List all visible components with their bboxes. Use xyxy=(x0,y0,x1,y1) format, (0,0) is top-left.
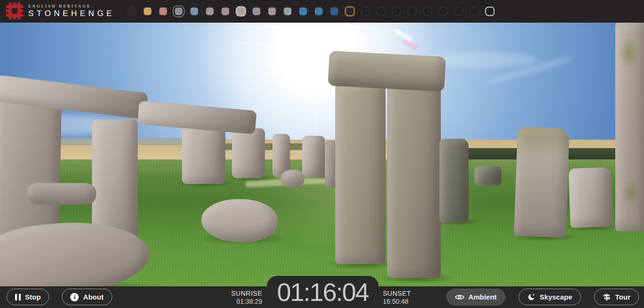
hour-swatch-2[interactable] xyxy=(159,8,167,15)
sunset-time: 16:50:48 xyxy=(383,298,449,306)
moss-patch xyxy=(621,178,640,207)
skyscape-button-label: Skyscape xyxy=(540,293,572,301)
eye-icon xyxy=(455,294,464,300)
trilithon-lintel xyxy=(328,51,446,92)
trilithon-upright xyxy=(335,85,386,264)
sunrise-block: SUNRISE 01:38:29 xyxy=(202,290,262,306)
moss-patch xyxy=(619,37,639,70)
hour-swatch-0[interactable] xyxy=(128,8,136,15)
pause-icon xyxy=(15,294,21,300)
stop-button[interactable]: Stop xyxy=(7,289,49,305)
stone-upright xyxy=(182,125,225,184)
hour-swatch-11[interactable] xyxy=(299,8,307,15)
signpost-icon xyxy=(603,293,611,301)
hour-swatch-7[interactable] xyxy=(237,8,245,15)
ambient-button-label: Ambient xyxy=(469,293,497,301)
brand: ENGLISH HERITAGE STONEHENGE xyxy=(6,2,115,20)
boulder xyxy=(201,199,278,242)
skyscape-app: ENGLISH HERITAGE STONEHENGE xyxy=(0,0,644,308)
hour-swatch-9[interactable] xyxy=(268,8,276,15)
hour-swatch-10[interactable] xyxy=(284,8,291,15)
hour-swatch-15[interactable] xyxy=(362,8,369,15)
clock-panel: 01:16:04 xyxy=(267,276,379,308)
top-bar: ENGLISH HERITAGE STONEHENGE xyxy=(0,0,644,23)
hour-swatch-22[interactable] xyxy=(471,8,478,15)
about-button-label: About xyxy=(83,293,103,301)
hour-swatch-4[interactable] xyxy=(190,8,198,15)
stone-upright xyxy=(232,128,265,178)
ambient-button[interactable]: Ambient xyxy=(446,289,505,305)
brand-text: ENGLISH HERITAGE STONEHENGE xyxy=(28,3,115,18)
stone-upright xyxy=(302,136,325,177)
simulation-clock: 01:16:04 xyxy=(277,278,368,306)
english-heritage-logo-icon xyxy=(6,2,24,20)
brand-line2: STONEHENGE xyxy=(28,9,115,18)
brand-line1: ENGLISH HERITAGE xyxy=(28,3,115,9)
info-icon: i xyxy=(70,293,79,301)
hour-swatch-23[interactable] xyxy=(486,8,494,15)
hour-swatch-18[interactable] xyxy=(408,8,416,15)
tour-button-label: Tour xyxy=(615,293,630,301)
moon-sparkle-icon xyxy=(527,293,536,301)
hour-swatch-21[interactable] xyxy=(455,8,462,15)
sunrise-label: SUNRISE xyxy=(202,290,262,298)
stonehenge-panorama-viewer[interactable] xyxy=(0,23,644,286)
about-button[interactable]: i About xyxy=(62,289,112,305)
stone-upright xyxy=(92,119,138,238)
fallen-stone xyxy=(281,170,305,188)
hour-swatch-13[interactable] xyxy=(330,8,338,15)
hour-swatch-1[interactable] xyxy=(144,8,151,15)
stone-upright xyxy=(439,139,469,223)
stone-upright xyxy=(569,167,613,228)
hour-swatch-17[interactable] xyxy=(393,8,400,15)
mode-buttons: Ambient Skyscape xyxy=(446,289,639,305)
stop-button-label: Stop xyxy=(25,293,41,301)
hour-swatch-12[interactable] xyxy=(315,8,322,15)
hour-swatch-19[interactable] xyxy=(424,8,431,15)
playback-buttons: Stop i About xyxy=(7,289,112,305)
trilithon-upright xyxy=(387,72,441,278)
fallen-stone xyxy=(26,183,96,205)
stone xyxy=(474,166,502,186)
hour-swatch-5[interactable] xyxy=(206,8,214,15)
sunset-block: SUNSET 16:50:48 xyxy=(383,290,449,306)
sunrise-time: 01:38:29 xyxy=(202,298,262,306)
hour-swatch-14[interactable] xyxy=(346,8,354,15)
tour-button[interactable]: Tour xyxy=(594,289,639,305)
hour-swatch-row xyxy=(128,8,494,15)
hour-swatch-20[interactable] xyxy=(439,8,447,15)
hour-swatch-6[interactable] xyxy=(222,8,229,15)
stone-upright xyxy=(514,126,570,238)
bottom-control-bar: Stop i About SUNRISE 01:38:29 01:16:04 S… xyxy=(0,286,644,308)
sunset-label: SUNSET xyxy=(383,290,449,298)
hour-swatch-8[interactable] xyxy=(253,8,260,15)
hour-swatch-3[interactable] xyxy=(175,8,182,15)
hour-swatch-16[interactable] xyxy=(377,8,385,15)
skyscape-button[interactable]: Skyscape xyxy=(519,289,581,305)
